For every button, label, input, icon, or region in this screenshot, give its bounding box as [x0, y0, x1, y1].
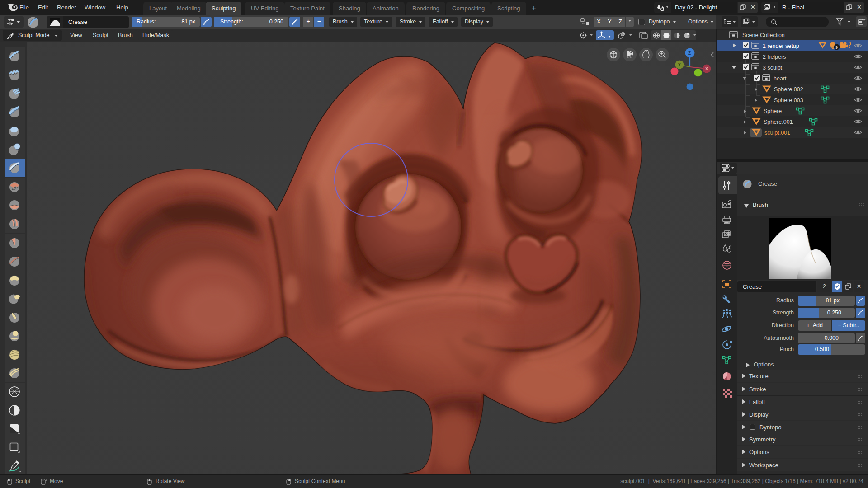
svg-text:Sphere.003: Sphere.003 — [774, 97, 803, 103]
svg-text:Z: Z — [688, 51, 691, 56]
svg-text:Y: Y — [678, 62, 681, 67]
svg-text:Sphere: Sphere — [764, 108, 782, 114]
svg-text:3 sculpt: 3 sculpt — [763, 65, 783, 71]
svg-text:2 helpers: 2 helpers — [763, 54, 786, 60]
svg-text:1 render setup: 1 render setup — [763, 43, 799, 49]
svg-text:sculpt.001: sculpt.001 — [764, 130, 790, 136]
svg-text:X: X — [705, 66, 708, 71]
svg-text:heart: heart — [774, 75, 787, 82]
svg-text:Scene Collection: Scene Collection — [742, 32, 785, 38]
svg-text:Sphere.002: Sphere.002 — [774, 86, 803, 93]
svg-text:Sphere.001: Sphere.001 — [764, 119, 793, 125]
svg-text:9: 9 — [835, 45, 838, 50]
